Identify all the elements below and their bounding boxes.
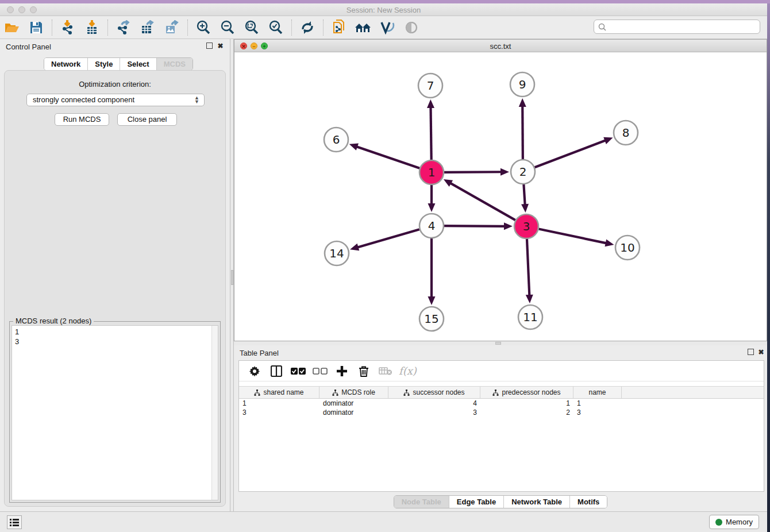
- arrowhead-icon: [603, 137, 613, 144]
- cell-shared-name[interactable]: 1: [239, 399, 319, 408]
- horizontal-splitter[interactable]: [234, 341, 767, 345]
- edge-2-8[interactable]: [535, 140, 607, 167]
- add-column-icon[interactable]: [333, 364, 351, 379]
- table-row[interactable]: 1dominator411: [239, 399, 764, 408]
- float-table-panel-icon[interactable]: [747, 349, 754, 356]
- export-network-icon[interactable]: [114, 19, 133, 36]
- tab-select[interactable]: Select: [120, 58, 156, 70]
- zoom-out-icon[interactable]: [218, 19, 237, 36]
- import-table-icon[interactable]: [82, 19, 102, 36]
- apply-layout-icon[interactable]: [298, 19, 317, 36]
- network-canvas[interactable]: 7968124314101511: [234, 52, 767, 341]
- zoom-selected-icon[interactable]: [266, 19, 286, 36]
- vertical-splitter[interactable]: [230, 39, 234, 511]
- node-label-14: 14: [329, 246, 344, 260]
- column-header-shared-name[interactable]: shared name: [239, 387, 319, 398]
- toolbar-separator: [187, 20, 188, 36]
- table-row[interactable]: 3dominator323: [239, 408, 764, 417]
- network-window-titlebar[interactable]: ✕ − + scc.txt: [234, 40, 767, 52]
- close-panel-button[interactable]: Close panel: [117, 113, 177, 126]
- open-in-browser-icon[interactable]: [329, 19, 349, 36]
- tab-edge-table[interactable]: Edge Table: [449, 496, 504, 508]
- memory-button-label: Memory: [726, 518, 753, 526]
- column-header-MCDS-role[interactable]: MCDS role: [319, 387, 388, 398]
- network-window-title: scc.txt: [234, 42, 767, 51]
- import-network-icon[interactable]: [58, 19, 78, 36]
- edge-3-1[interactable]: [449, 183, 515, 220]
- edge-2-3[interactable]: [523, 184, 525, 206]
- float-panel-icon[interactable]: [206, 43, 213, 50]
- delete-column-icon[interactable]: [355, 364, 372, 379]
- edge-1-6[interactable]: [356, 147, 419, 168]
- cyndex-home-icon[interactable]: [353, 19, 373, 36]
- mcds-result-textarea[interactable]: 1 3: [11, 325, 218, 500]
- status-bar: Memory: [0, 511, 767, 532]
- show-hide-panel-eye-icon[interactable]: [402, 19, 421, 36]
- cell-predecessor-nodes[interactable]: 1: [480, 399, 573, 408]
- table-body[interactable]: 1dominator4113dominator323: [239, 399, 764, 417]
- mcds-tab-content: Optimization criterion: strongly connect…: [4, 70, 226, 507]
- close-table-panel-icon[interactable]: ✖: [757, 349, 765, 356]
- toolbar-search-field[interactable]: [594, 20, 760, 34]
- export-image-icon[interactable]: [162, 19, 182, 36]
- vertical-splitter-handle[interactable]: [231, 270, 233, 285]
- cell-name[interactable]: 3: [573, 408, 622, 417]
- edge-3-10[interactable]: [539, 229, 607, 244]
- table-settings-gear-icon[interactable]: [246, 364, 263, 379]
- cell-successor-nodes[interactable]: 4: [388, 399, 480, 408]
- result-scrollbar[interactable]: [211, 326, 218, 500]
- column-layout-icon[interactable]: [268, 364, 285, 379]
- tab-network-table[interactable]: Network Table: [504, 496, 570, 508]
- edge-3-11[interactable]: [527, 239, 529, 296]
- dropdown-stepper-icon: ▲▼: [194, 96, 199, 104]
- tab-mcds[interactable]: MCDS: [157, 58, 192, 70]
- table-header-row[interactable]: shared nameMCDS rolesuccessor nodesprede…: [239, 386, 764, 399]
- cell-MCDS-role[interactable]: dominator: [319, 399, 388, 408]
- function-builder-icon[interactable]: f(x): [399, 365, 417, 377]
- run-mcds-button[interactable]: Run MCDS: [55, 113, 109, 126]
- arrowhead-icon: [349, 144, 359, 151]
- node-table-card: f(x) shared nameMCDS rolesuccessor nodes…: [238, 360, 764, 492]
- node-label-2: 2: [519, 165, 527, 179]
- vizmapper-icon[interactable]: [378, 19, 397, 36]
- delete-table-icon[interactable]: [377, 364, 394, 379]
- zoom-in-icon[interactable]: [194, 19, 213, 36]
- tab-motifs[interactable]: Motifs: [570, 496, 607, 508]
- edge-2-9[interactable]: [522, 105, 523, 159]
- arrowhead-icon: [500, 168, 509, 176]
- cell-name[interactable]: 1: [573, 399, 622, 408]
- cell-successor-nodes[interactable]: 3: [388, 408, 480, 417]
- tab-node-table[interactable]: Node Table: [394, 496, 449, 508]
- save-session-icon[interactable]: [26, 19, 46, 36]
- horizontal-splitter-handle[interactable]: [495, 342, 501, 345]
- tab-network[interactable]: Network: [44, 58, 88, 70]
- arrowhead-icon: [428, 203, 436, 212]
- select-all-columns-icon[interactable]: [290, 364, 307, 379]
- cell-shared-name[interactable]: 3: [239, 408, 319, 417]
- toolbar-separator: [107, 20, 108, 36]
- memory-button[interactable]: Memory: [709, 515, 759, 529]
- table-panel-title: Table Panel: [240, 349, 279, 357]
- search-input[interactable]: [607, 21, 760, 33]
- unselect-all-columns-icon[interactable]: [311, 364, 329, 379]
- column-header-name[interactable]: name: [573, 387, 622, 398]
- optimization-criterion-dropdown[interactable]: strongly connected component ▲▼: [26, 94, 205, 106]
- content-area: Control Panel ✖ NetworkStyleSelectMCDS O…: [0, 39, 767, 511]
- tab-style[interactable]: Style: [88, 58, 120, 70]
- cell-predecessor-nodes[interactable]: 2: [480, 408, 573, 417]
- edge-4-14[interactable]: [357, 229, 419, 248]
- edge-1-7[interactable]: [430, 106, 431, 160]
- node-label-1: 1: [428, 165, 436, 179]
- column-header-predecessor-nodes[interactable]: predecessor nodes: [480, 387, 573, 398]
- edge-1-2[interactable]: [444, 172, 502, 172]
- task-list-icon: [10, 518, 19, 526]
- edge-4-3[interactable]: [444, 226, 506, 226]
- export-table-icon[interactable]: [138, 19, 157, 36]
- task-history-button[interactable]: [7, 515, 22, 529]
- cell-MCDS-role[interactable]: dominator: [319, 408, 388, 417]
- toolbar-separator: [52, 20, 52, 36]
- zoom-fit-icon[interactable]: [242, 19, 261, 36]
- open-session-icon[interactable]: [2, 19, 22, 36]
- close-panel-icon[interactable]: ✖: [217, 43, 224, 50]
- column-header-successor-nodes[interactable]: successor nodes: [388, 387, 480, 398]
